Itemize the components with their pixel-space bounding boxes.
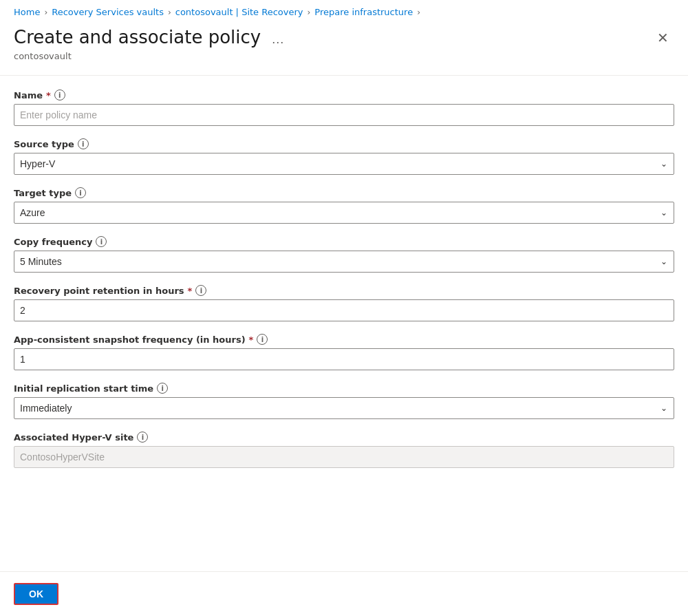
source-type-select[interactable]: Hyper-V VMware Physical [14, 153, 674, 175]
recovery-retention-info-icon[interactable]: i [195, 285, 206, 296]
name-info-icon[interactable]: i [54, 89, 65, 100]
initial-replication-info-icon[interactable]: i [157, 383, 168, 394]
panel-title-group: Create and associate policy ... [14, 25, 288, 50]
initial-replication-label: Initial replication start time i [14, 383, 674, 394]
breadcrumb-home[interactable]: Home [14, 7, 40, 17]
form-body: Name * i Source type i Hyper-V VMware Ph… [0, 76, 688, 494]
source-type-wrapper: Hyper-V VMware Physical ⌄ [14, 153, 674, 175]
panel-title: Create and associate policy [14, 27, 261, 48]
snapshot-frequency-info-icon[interactable]: i [257, 334, 268, 345]
breadcrumb: Home › Recovery Services vaults › contos… [0, 0, 688, 23]
hyper-v-site-group: Associated Hyper-V site i [14, 432, 674, 468]
ok-button[interactable]: OK [14, 583, 58, 605]
copy-frequency-info-icon[interactable]: i [96, 236, 107, 247]
breadcrumb-sep-3: › [308, 8, 311, 17]
target-type-group: Target type i Azure ⌄ [14, 187, 674, 224]
panel-header: Create and associate policy ... ✕ [0, 23, 688, 50]
source-type-info-icon[interactable]: i [78, 138, 89, 149]
recovery-retention-group: Recovery point retention in hours * i [14, 285, 674, 321]
breadcrumb-recovery-vaults[interactable]: Recovery Services vaults [52, 7, 164, 17]
name-input[interactable] [14, 104, 674, 126]
breadcrumb-prepare-infra[interactable]: Prepare infrastructure [314, 7, 413, 17]
form-footer: OK [0, 571, 688, 616]
recovery-retention-input[interactable] [14, 299, 674, 321]
initial-replication-select[interactable]: Immediately Schedule [14, 397, 674, 419]
copy-frequency-select[interactable]: 30 Seconds 5 Minutes 15 Minutes [14, 251, 674, 273]
source-type-label: Source type i [14, 138, 674, 149]
snapshot-frequency-label: App-consistent snapshot frequency (in ho… [14, 334, 674, 345]
copy-frequency-wrapper: 30 Seconds 5 Minutes 15 Minutes ⌄ [14, 251, 674, 273]
initial-replication-group: Initial replication start time i Immedia… [14, 383, 674, 419]
panel-subtitle: contosovault [0, 50, 688, 75]
close-button[interactable]: ✕ [652, 27, 674, 49]
breadcrumb-sep-1: › [44, 8, 47, 17]
hyper-v-site-label: Associated Hyper-V site i [14, 432, 674, 443]
snapshot-frequency-required: * [249, 334, 254, 345]
hyper-v-site-info-icon[interactable]: i [137, 432, 148, 443]
recovery-retention-label: Recovery point retention in hours * i [14, 285, 674, 296]
source-type-group: Source type i Hyper-V VMware Physical ⌄ [14, 138, 674, 175]
snapshot-frequency-group: App-consistent snapshot frequency (in ho… [14, 334, 674, 370]
breadcrumb-sep-2: › [168, 8, 171, 17]
target-type-info-icon[interactable]: i [75, 187, 86, 198]
copy-frequency-group: Copy frequency i 30 Seconds 5 Minutes 15… [14, 236, 674, 273]
initial-replication-wrapper: Immediately Schedule ⌄ [14, 397, 674, 419]
breadcrumb-sep-4: › [417, 8, 420, 17]
target-type-label: Target type i [14, 187, 674, 198]
target-type-wrapper: Azure ⌄ [14, 202, 674, 224]
copy-frequency-label: Copy frequency i [14, 236, 674, 247]
ellipsis-button[interactable]: ... [268, 30, 288, 50]
target-type-select[interactable]: Azure [14, 202, 674, 224]
name-group: Name * i [14, 89, 674, 126]
page-wrapper: Home › Recovery Services vaults › contos… [0, 0, 688, 616]
name-required: * [46, 90, 51, 100]
snapshot-frequency-input[interactable] [14, 348, 674, 370]
recovery-retention-required: * [188, 286, 193, 296]
hyper-v-site-input [14, 446, 674, 468]
breadcrumb-contosovault[interactable]: contosovault | Site Recovery [175, 7, 303, 17]
name-label: Name * i [14, 89, 674, 100]
